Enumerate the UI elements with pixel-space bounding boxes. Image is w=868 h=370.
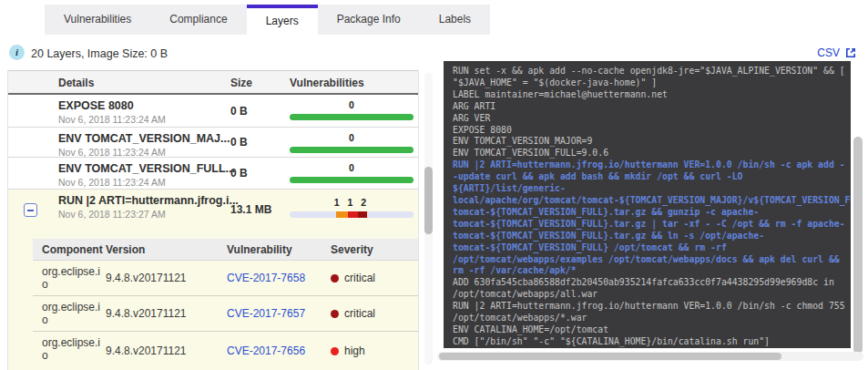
- severity-dot: [331, 347, 339, 355]
- tab-package-info[interactable]: Package Info: [318, 5, 420, 35]
- severity-cell: high: [331, 332, 365, 370]
- severity-dot: [331, 310, 339, 318]
- vuln-count: 0: [290, 132, 414, 143]
- layer-title: RUN |2 ARTI=huttermann.jfrog.i...: [58, 194, 239, 207]
- info-icon: i: [9, 45, 25, 60]
- component-version: 9.4.8.v20171121: [106, 296, 187, 331]
- component-version: 9.4.8.v20171121: [106, 332, 187, 370]
- layer-title: EXPOSE 8080: [58, 99, 166, 112]
- layers-table: Details Size Vulnerabilities EXPOSE 8080…: [7, 70, 419, 370]
- csv-link[interactable]: CSV: [817, 46, 840, 59]
- layer-date: Nov 6, 2018 11:23:24 AM: [58, 114, 166, 125]
- layer-date: Nov 6, 2018 11:23:27 AM: [58, 209, 239, 220]
- col-vulnerability: Vulnerability: [227, 243, 292, 256]
- table-row-run-layer[interactable]: RUN |2 ARTI=huttermann.jfrog.i... Nov 6,…: [8, 190, 418, 230]
- severity-label: critical: [344, 307, 375, 320]
- layer-date: Nov 6, 2018 11:23:24 AM: [58, 147, 230, 158]
- vuln-bar-cell: 0: [290, 95, 414, 120]
- col-details: Details: [58, 77, 94, 89]
- table-row-env-major[interactable]: ENV TOMCAT_VERSION_MAJ... Nov 6, 2018 11…: [8, 128, 418, 158]
- vuln-bar-cell: 0: [290, 128, 414, 153]
- code-panel-scrollbar[interactable]: [853, 137, 863, 354]
- table-row-expose-8080[interactable]: EXPOSE 8080 Nov 6, 2018 11:23:24 AM 0 B …: [8, 95, 418, 128]
- left-panel-scrollbar[interactable]: [424, 167, 433, 234]
- tab-bar: Vulnerabilities Compliance Layers Packag…: [45, 5, 490, 35]
- dockerfile-panel: RUN set -x && apk add --no-cache openjdk…: [444, 61, 851, 348]
- vuln-bar-cell: 0: [290, 158, 414, 183]
- layer-size: 0 B: [230, 95, 248, 127]
- layer-size: 0 B: [230, 128, 248, 157]
- csv-export[interactable]: CSV: [817, 46, 857, 59]
- vulnerability-table: Component Version Vulnerability Severity…: [33, 239, 419, 370]
- vuln-bar: [290, 147, 414, 153]
- vuln-bar: [290, 177, 414, 183]
- layer-date: Nov 6, 2018 11:23:24 AM: [58, 177, 235, 188]
- severity-label: high: [344, 344, 365, 357]
- component-version: 9.4.8.v20171121: [106, 261, 187, 295]
- code-lines: RUN set -x && apk add --no-cache openjdk…: [453, 66, 851, 348]
- tab-vulnerabilities[interactable]: Vulnerabilities: [45, 5, 150, 35]
- vuln-count: 0: [290, 99, 414, 110]
- collapse-icon[interactable]: [24, 203, 37, 217]
- col-component: Component: [42, 243, 103, 256]
- vuln-bar-cell: 1 1 2: [290, 190, 414, 218]
- vulnerability-table-header: Component Version Vulnerability Severity: [33, 239, 419, 261]
- col-vulnerabilities: Vulnerabilities: [290, 77, 364, 89]
- cve-row: org.eclipse.io 9.4.8.v20171121 CVE-2017-…: [33, 332, 419, 370]
- expanded-vulnerabilities: Component Version Vulnerability Severity…: [8, 230, 418, 370]
- vuln-count: 0: [290, 162, 414, 173]
- col-size: Size: [230, 77, 252, 89]
- layers-view: Vulnerabilities Compliance Layers Packag…: [0, 0, 868, 370]
- tab-compliance[interactable]: Compliance: [150, 5, 246, 35]
- table-row-env-full[interactable]: ENV TOMCAT_VERSION_FULL... Nov 6, 2018 1…: [8, 158, 418, 190]
- severity-label: critical: [344, 272, 375, 284]
- layer-size: 13.1 MB: [230, 190, 271, 230]
- vuln-count: 1 1 2: [290, 197, 414, 208]
- layers-table-header: Details Size Vulnerabilities: [8, 70, 418, 95]
- severity-cell: critical: [331, 296, 375, 331]
- col-version: Version: [106, 243, 145, 256]
- component-name: org.eclipse.io: [42, 301, 104, 326]
- layer-title: ENV TOMCAT_VERSION_FULL...: [58, 162, 235, 175]
- vuln-bar-segments: [290, 211, 414, 218]
- severity-cell: critical: [331, 261, 375, 295]
- col-severity: Severity: [331, 243, 373, 256]
- cve-row: org.eclipse.io 9.4.8.v20171121 CVE-2017-…: [33, 296, 419, 332]
- cve-link[interactable]: CVE-2017-7656: [227, 332, 305, 370]
- severity-dot: [331, 274, 339, 283]
- layer-size: 0 B: [230, 158, 248, 189]
- layers-summary: 20 Layers, Image Size: 0 B: [31, 47, 168, 60]
- component-name: org.eclipse.io: [42, 265, 104, 291]
- code-panel-hscrollbar[interactable]: [439, 353, 781, 360]
- export-icon[interactable]: [844, 46, 857, 59]
- tab-labels[interactable]: Labels: [420, 5, 490, 35]
- cve-row: org.eclipse.io 9.4.8.v20171121 CVE-2017-…: [33, 261, 419, 296]
- component-name: org.eclipse.io: [42, 336, 104, 362]
- vuln-bar: [290, 114, 414, 120]
- cve-link[interactable]: CVE-2017-7657: [227, 296, 305, 331]
- tab-layers[interactable]: Layers: [247, 5, 318, 35]
- layer-title: ENV TOMCAT_VERSION_MAJ...: [58, 132, 230, 145]
- cve-link[interactable]: CVE-2017-7658: [227, 261, 305, 295]
